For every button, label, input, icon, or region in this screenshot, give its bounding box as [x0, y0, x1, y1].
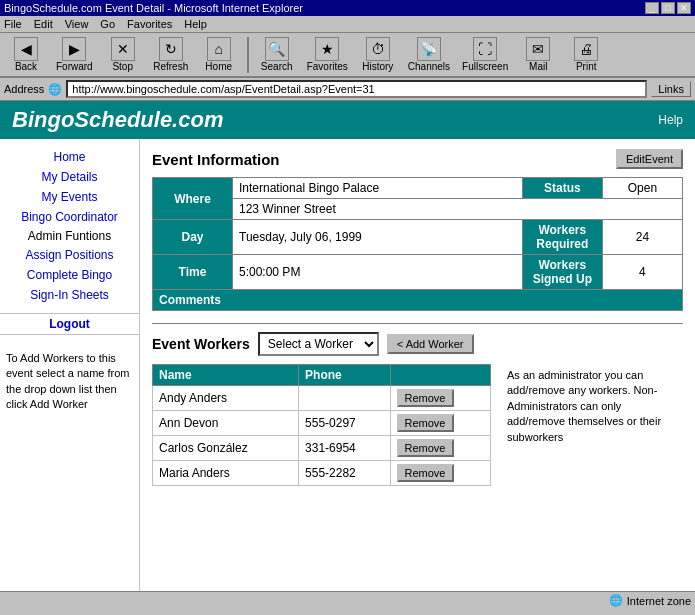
channels-icon: 📡: [417, 37, 441, 61]
table-row: Andy Anders Remove: [153, 386, 491, 411]
refresh-button[interactable]: ↻ Refresh: [149, 35, 193, 74]
remove-button[interactable]: Remove: [397, 439, 454, 457]
help-link[interactable]: Help: [658, 113, 683, 127]
favorites-icon: ★: [315, 37, 339, 61]
add-worker-button[interactable]: < Add Worker: [387, 334, 474, 354]
home-button[interactable]: ⌂ Home: [197, 35, 241, 74]
worker-phone: 331-6954: [299, 436, 390, 461]
event-info-title: Event Information: [152, 151, 280, 168]
zone-label: Internet zone: [627, 595, 691, 607]
remove-button[interactable]: Remove: [397, 389, 454, 407]
divider: [152, 323, 683, 324]
search-button[interactable]: 🔍 Search: [255, 35, 299, 74]
forward-button[interactable]: ▶ Forward: [52, 35, 97, 74]
remove-button[interactable]: Remove: [397, 464, 454, 482]
toolbar-separator: [247, 37, 249, 73]
table-row: Ann Devon 555-0297 Remove: [153, 411, 491, 436]
comments-label: Comments: [153, 290, 683, 311]
zone-icon: 🌐: [609, 594, 623, 607]
history-icon: ⏱: [366, 37, 390, 61]
sidebar-item-bingo-coordinator[interactable]: Bingo Coordinator: [0, 207, 139, 227]
search-icon: 🔍: [265, 37, 289, 61]
worker-name: Maria Anders: [153, 461, 299, 486]
worker-phone: 555-2282: [299, 461, 390, 486]
sidebar-item-sign-in-sheets[interactable]: Sign-In Sheets: [0, 285, 139, 305]
status-label: Status: [522, 178, 602, 199]
day-label: Day: [153, 220, 233, 255]
remove-button[interactable]: Remove: [397, 414, 454, 432]
menu-go[interactable]: Go: [100, 18, 115, 30]
minimize-button[interactable]: _: [645, 2, 659, 14]
maximize-button[interactable]: □: [661, 2, 675, 14]
mail-icon: ✉: [526, 37, 550, 61]
col-phone: Phone: [299, 365, 390, 386]
menu-edit[interactable]: Edit: [34, 18, 53, 30]
close-button[interactable]: ✕: [677, 2, 691, 14]
time-value: 5:00:00 PM: [233, 255, 523, 290]
print-button[interactable]: 🖨 Print: [564, 35, 608, 74]
workers-table: Name Phone Andy Anders Remove Ann Devon …: [152, 364, 491, 486]
venue-name: International Bingo Palace: [233, 178, 523, 199]
address-input[interactable]: [66, 80, 647, 98]
day-value: Tuesday, July 06, 1999: [233, 220, 523, 255]
event-info-header: Event Information EditEvent: [152, 149, 683, 169]
history-button[interactable]: ⏱ History: [356, 35, 400, 74]
edit-event-button[interactable]: EditEvent: [616, 149, 683, 169]
site-logo: BingoSchedule.com: [12, 107, 223, 133]
refresh-icon: ↻: [159, 37, 183, 61]
sidebar-item-my-details[interactable]: My Details: [0, 167, 139, 187]
main-layout: Home My Details My Events Bingo Coordina…: [0, 139, 695, 591]
sidebar-item-complete-bingo[interactable]: Complete Bingo: [0, 265, 139, 285]
menu-view[interactable]: View: [65, 18, 89, 30]
logout-link[interactable]: Logout: [0, 313, 139, 335]
workers-required-value: 24: [602, 220, 682, 255]
home-icon: ⌂: [207, 37, 231, 61]
worker-action: Remove: [390, 436, 490, 461]
worker-action: Remove: [390, 461, 490, 486]
workers-title: Event Workers: [152, 336, 250, 352]
channels-button[interactable]: 📡 Channels: [404, 35, 454, 74]
sidebar-section-title: Admin Funtions: [0, 227, 139, 245]
back-button[interactable]: ◀ Back: [4, 35, 48, 74]
sidebar-item-my-events[interactable]: My Events: [0, 187, 139, 207]
links-button[interactable]: Links: [651, 81, 691, 97]
workers-signed-label: Workers Signed Up: [522, 255, 602, 290]
site-header: BingoSchedule.com Help: [0, 101, 695, 139]
menu-bar: File Edit View Go Favorites Help: [0, 16, 695, 33]
window-title-bar: BingoSchedule.com Event Detail - Microso…: [0, 0, 695, 16]
fullscreen-button[interactable]: ⛶ Fullscreen: [458, 35, 512, 74]
menu-help[interactable]: Help: [184, 18, 207, 30]
status-bar: 🌐 Internet zone: [0, 591, 695, 609]
worker-phone: 555-0297: [299, 411, 390, 436]
table-row: Where International Bingo Palace Status …: [153, 178, 683, 199]
content-area: Event Information EditEvent Where Intern…: [140, 139, 695, 591]
stop-button[interactable]: ✕ Stop: [101, 35, 145, 74]
col-action: [390, 365, 490, 386]
sidebar-instructions: To Add Workers to this event select a na…: [0, 343, 139, 421]
favorites-button[interactable]: ★ Favorites: [303, 35, 352, 74]
address-bar: Address 🌐 Links: [0, 78, 695, 101]
menu-favorites[interactable]: Favorites: [127, 18, 172, 30]
table-row: 123 Winner Street: [153, 199, 683, 220]
table-row: Time 5:00:00 PM Workers Signed Up 4: [153, 255, 683, 290]
window-controls[interactable]: _ □ ✕: [645, 2, 691, 14]
workers-header: Event Workers Select a WorkerAndy Anders…: [152, 332, 683, 356]
workers-signed-value: 4: [602, 255, 682, 290]
menu-file[interactable]: File: [4, 18, 22, 30]
address-icon: 🌐: [48, 83, 62, 96]
status-value: Open: [602, 178, 682, 199]
time-label: Time: [153, 255, 233, 290]
table-row: Comments: [153, 290, 683, 311]
worker-name: Andy Anders: [153, 386, 299, 411]
mail-button[interactable]: ✉ Mail: [516, 35, 560, 74]
venue-address: 123 Winner Street: [233, 199, 683, 220]
sidebar-item-assign-positions[interactable]: Assign Positions: [0, 245, 139, 265]
stop-icon: ✕: [111, 37, 135, 61]
sidebar: Home My Details My Events Bingo Coordina…: [0, 139, 140, 591]
sidebar-item-home[interactable]: Home: [0, 147, 139, 167]
print-icon: 🖨: [574, 37, 598, 61]
fullscreen-icon: ⛶: [473, 37, 497, 61]
table-row: Day Tuesday, July 06, 1999 Workers Requi…: [153, 220, 683, 255]
worker-select[interactable]: Select a WorkerAndy AndersAnn DevonCarlo…: [258, 332, 379, 356]
toolbar: ◀ Back ▶ Forward ✕ Stop ↻ Refresh ⌂ Home…: [0, 33, 695, 78]
